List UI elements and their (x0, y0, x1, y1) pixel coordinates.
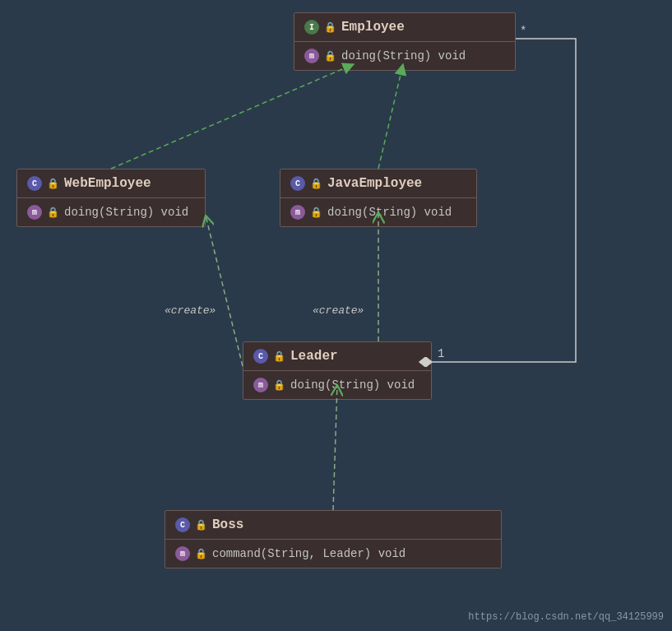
class-javaemployee-body: m 🔒 doing(String) void (280, 198, 476, 226)
badge-method-java: m (290, 205, 305, 220)
arrow-java-to-employee (378, 64, 403, 169)
class-boss: C 🔒 Boss m 🔒 command(String, Leader) voi… (165, 510, 502, 568)
class-employee: I 🔒 Employee m 🔒 doing(String) void (294, 12, 516, 71)
method-employee: doing(String) void (341, 49, 466, 63)
arrow-web-to-employee (111, 64, 354, 169)
badge-class-leader: C (253, 349, 268, 364)
badge-method-leader: m (253, 378, 268, 392)
lock-icon-method-java: 🔒 (310, 206, 322, 219)
class-webemployee-name: WebEmployee (64, 176, 151, 191)
label-one: 1 (438, 347, 444, 360)
class-boss-body: m 🔒 command(String, Leader) void (165, 540, 501, 568)
arrow-boss-to-leader (333, 385, 337, 510)
lock-icon-method-employee: 🔒 (324, 50, 336, 63)
method-leader: doing(String) void (290, 378, 415, 392)
lock-icon-leader: 🔒 (273, 350, 285, 363)
class-webemployee-header: C 🔒 WebEmployee (17, 169, 205, 198)
class-leader: C 🔒 Leader m 🔒 doing(String) void (243, 341, 432, 400)
method-boss: command(String, Leader) void (212, 547, 406, 560)
badge-method-web: m (27, 205, 42, 220)
class-webemployee-body: m 🔒 doing(String) void (17, 198, 205, 226)
lock-icon-method-boss: 🔒 (195, 548, 207, 560)
class-javaemployee: C 🔒 JavaEmployee m 🔒 doing(String) void (280, 169, 477, 227)
badge-method-employee: m (304, 49, 319, 63)
class-leader-name: Leader (290, 349, 338, 364)
label-create-java: «create» (313, 304, 364, 317)
lock-icon-java: 🔒 (310, 178, 322, 190)
badge-class-boss: C (175, 517, 190, 532)
lock-icon-employee: 🔒 (324, 21, 336, 34)
class-javaemployee-header: C 🔒 JavaEmployee (280, 169, 476, 198)
lock-icon-method-web: 🔒 (47, 206, 59, 219)
class-employee-body: m 🔒 doing(String) void (294, 42, 515, 70)
class-leader-body: m 🔒 doing(String) void (243, 371, 431, 399)
label-create-web: «create» (165, 304, 216, 317)
class-employee-name: Employee (341, 20, 405, 35)
badge-class-web: C (27, 176, 42, 191)
label-star: * (520, 25, 526, 38)
class-employee-header: I 🔒 Employee (294, 13, 515, 42)
lock-icon-web: 🔒 (47, 178, 59, 190)
class-boss-header: C 🔒 Boss (165, 511, 501, 540)
class-leader-header: C 🔒 Leader (243, 342, 431, 371)
badge-interface: I (304, 20, 319, 35)
method-javaemployee: doing(String) void (327, 206, 452, 219)
class-javaemployee-name: JavaEmployee (327, 176, 422, 191)
class-webemployee: C 🔒 WebEmployee m 🔒 doing(String) void (16, 169, 206, 227)
lock-icon-boss: 🔒 (195, 519, 207, 531)
badge-class-java: C (290, 176, 305, 191)
method-webemployee: doing(String) void (64, 206, 188, 219)
diagram-container: I 🔒 Employee m 🔒 doing(String) void C 🔒 … (0, 0, 672, 631)
badge-method-boss: m (175, 546, 190, 561)
lock-icon-method-leader: 🔒 (273, 379, 285, 392)
arrow-create-web (206, 216, 243, 366)
class-boss-name: Boss (212, 517, 243, 532)
watermark: https://blog.csdn.net/qq_34125999 (468, 611, 664, 623)
